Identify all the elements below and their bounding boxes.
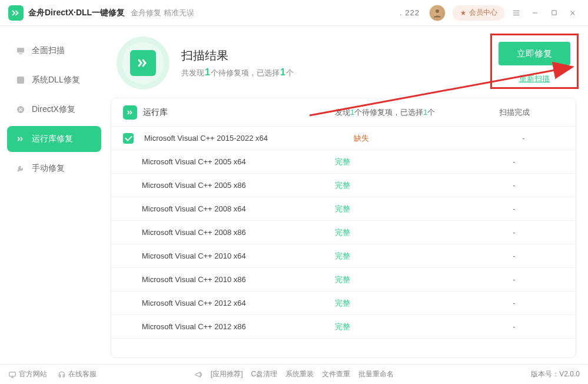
dup-link[interactable]: 文件查重 xyxy=(322,369,350,379)
footer: 官方网站 在线客服 [应用推荐] C盘清理 系统重装 文件查重 批量重命名 版本… xyxy=(0,364,588,384)
row-progress: - xyxy=(483,134,564,143)
table-row: Microsoft Visual C++ 2008 x86完整- xyxy=(111,221,576,244)
repair-button[interactable]: 立即修复 xyxy=(499,42,570,65)
col-progress-label: 扫描完成 xyxy=(464,107,564,118)
row-progress: - xyxy=(464,228,564,237)
table-row: Microsoft Visual C++ 2005 x86完整- xyxy=(111,174,576,197)
table-row: Microsoft Visual C++ 2005 x64完整- xyxy=(111,150,576,174)
row-status: 完整 xyxy=(335,251,464,261)
row-name: Microsoft Visual C++ 2012 x86 xyxy=(123,322,335,331)
checkbox[interactable] xyxy=(123,133,134,144)
content-area: 扫描结果 共发现1个待修复项，已选择1个 立即修复 重新扫描 运行库 xyxy=(108,26,588,364)
svg-rect-6 xyxy=(9,372,16,376)
official-site-link[interactable]: 官方网站 xyxy=(8,369,47,379)
sidebar-item-label: 运行库修复 xyxy=(32,134,73,144)
row-status: 完整 xyxy=(335,322,464,332)
sidebar-item-dll[interactable]: 系统DLL修复 xyxy=(7,67,101,93)
vip-button[interactable]: 会员中心 xyxy=(453,5,504,21)
dll-icon xyxy=(15,75,26,85)
col-name-label: 运行库 xyxy=(143,107,168,118)
menu-button[interactable] xyxy=(509,6,523,20)
row-progress: - xyxy=(464,181,564,190)
avatar[interactable] xyxy=(429,5,446,21)
svg-rect-1 xyxy=(552,11,556,15)
row-progress: - xyxy=(464,322,564,331)
col-status-label: 发现1个待修复项，已选择1个 xyxy=(335,107,464,118)
row-status: 完整 xyxy=(335,180,464,191)
sidebar-item-directx[interactable]: DirectX修复 xyxy=(7,97,101,123)
table-row: Microsoft Visual C++ 2008 x64完整- xyxy=(111,197,576,221)
row-progress: - xyxy=(464,251,564,260)
table-row: Microsoft Visual C++ 2015-2022 x64缺失- xyxy=(111,127,576,150)
maximize-button[interactable] xyxy=(547,6,561,20)
row-name: Microsoft Visual C++ 2005 x86 xyxy=(123,181,335,190)
reinstall-link[interactable]: 系统重装 xyxy=(285,369,314,379)
row-name: Microsoft Visual C++ 2010 x86 xyxy=(123,275,335,284)
table-row: Microsoft Visual C++ 2010 x64完整- xyxy=(111,244,576,268)
table-row: Microsoft Visual C++ 2010 x86完整- xyxy=(111,268,576,292)
rescan-link[interactable]: 重新扫描 xyxy=(519,74,550,84)
svg-rect-3 xyxy=(19,54,22,54)
result-subtitle: 共发现1个待修复项，已选择1个 xyxy=(181,67,294,78)
sidebar-item-label: 全面扫描 xyxy=(32,45,65,56)
directx-icon xyxy=(15,104,26,115)
row-name: Microsoft Visual C++ 2005 x64 xyxy=(123,157,335,166)
result-icon xyxy=(117,37,170,90)
table-row: Microsoft Visual C++ 2012 x64完整- xyxy=(111,292,576,315)
row-progress: - xyxy=(464,157,564,166)
sidebar-item-runtime[interactable]: 运行库修复 xyxy=(7,126,101,152)
sidebar-item-fullscan[interactable]: 全面扫描 xyxy=(7,38,101,64)
runtime-icon xyxy=(15,134,26,144)
points-text: . 222 xyxy=(400,8,420,17)
wrench-icon xyxy=(15,163,26,174)
row-status: 完整 xyxy=(335,157,464,167)
c-clean-link[interactable]: C盘清理 xyxy=(251,369,278,379)
row-name: Microsoft Visual C++ 2008 x86 xyxy=(123,228,335,237)
result-title: 扫描结果 xyxy=(181,48,294,64)
sidebar-item-label: 系统DLL修复 xyxy=(32,75,80,85)
sidebar: 全面扫描 系统DLL修复 DirectX修复 运行库修复 手动修复 xyxy=(0,26,108,364)
row-name: Microsoft Visual C++ 2010 x64 xyxy=(123,251,335,260)
svg-point-0 xyxy=(436,9,439,13)
row-status: 缺失 xyxy=(354,133,483,144)
row-progress: - xyxy=(464,275,564,284)
app-recommend-link[interactable]: [应用推荐] xyxy=(211,369,243,379)
rename-link[interactable]: 批量重命名 xyxy=(358,369,394,379)
close-button[interactable] xyxy=(566,6,580,20)
sidebar-item-label: DirectX修复 xyxy=(32,104,75,115)
minimize-button[interactable] xyxy=(528,6,542,20)
sidebar-item-label: 手动修复 xyxy=(32,163,65,174)
scan-icon xyxy=(15,45,26,56)
table-header: 运行库 发现1个待修复项，已选择1个 扫描完成 xyxy=(111,98,576,127)
support-link[interactable]: 在线客服 xyxy=(58,369,97,379)
row-status: 完整 xyxy=(335,298,464,309)
app-title: 金舟DirectX·DLL一键修复 xyxy=(28,8,125,18)
scan-result-header: 扫描结果 共发现1个待修复项，已选择1个 立即修复 重新扫描 xyxy=(111,34,576,98)
svg-rect-4 xyxy=(17,77,24,84)
app-logo xyxy=(8,5,24,21)
svg-rect-2 xyxy=(17,48,24,52)
row-status: 完整 xyxy=(335,274,464,285)
row-name: Microsoft Visual C++ 2015-2022 x64 xyxy=(142,134,354,143)
row-progress: - xyxy=(464,204,564,213)
row-status: 完整 xyxy=(335,204,464,214)
table-row: Microsoft Visual C++ 2012 x86完整- xyxy=(111,315,576,339)
vip-label: 会员中心 xyxy=(469,8,497,18)
runtime-header-icon xyxy=(123,105,137,120)
app-subtitle: 金舟修复 精准无误 xyxy=(131,8,194,18)
version-label: 版本号：V2.0.0 xyxy=(531,369,580,379)
titlebar: 金舟DirectX·DLL一键修复 金舟修复 精准无误 . 222 会员中心 xyxy=(0,0,588,26)
runtime-table: 运行库 发现1个待修复项，已选择1个 扫描完成 Microsoft Visual… xyxy=(111,98,576,358)
footer-tools: [应用推荐] C盘清理 系统重装 文件查重 批量重命名 xyxy=(194,369,394,379)
row-name: Microsoft Visual C++ 2008 x64 xyxy=(123,204,335,213)
megaphone-icon xyxy=(194,370,202,379)
sidebar-item-manual[interactable]: 手动修复 xyxy=(7,155,101,181)
row-progress: - xyxy=(464,299,564,307)
row-status: 完整 xyxy=(335,227,464,238)
row-name: Microsoft Visual C++ 2012 x64 xyxy=(123,299,335,307)
